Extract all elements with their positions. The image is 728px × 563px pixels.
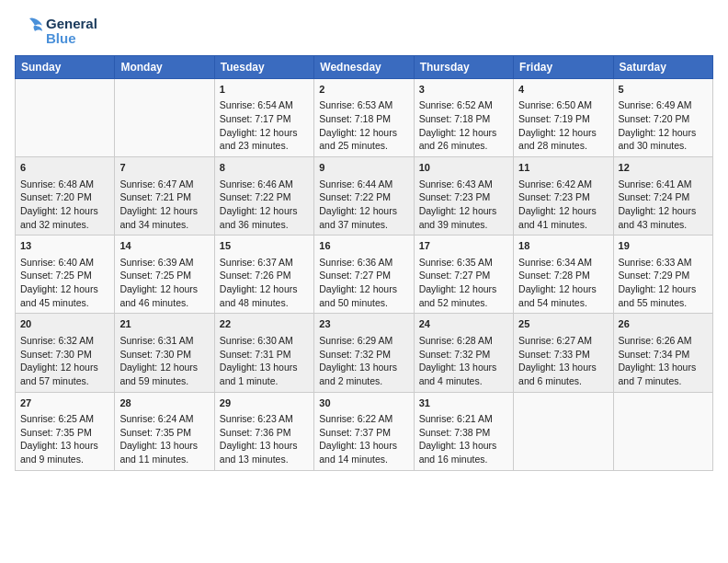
day-number: 19 (619, 239, 708, 253)
day-info: Sunrise: 6:47 AM (119, 178, 209, 191)
day-number: 4 (518, 83, 608, 97)
day-info: Sunrise: 6:44 AM (319, 178, 408, 191)
day-info: Daylight: 12 hours (119, 204, 209, 218)
logo-container: General Blue (15, 15, 97, 48)
day-info: Daylight: 12 hours (419, 126, 508, 140)
calendar-cell: 23Sunrise: 6:29 AMSunset: 7:32 PMDayligh… (314, 314, 414, 392)
day-number: 28 (119, 396, 209, 410)
day-number: 17 (419, 239, 508, 253)
day-info: Daylight: 12 hours (619, 282, 708, 296)
day-number: 13 (20, 239, 109, 253)
day-info: Daylight: 13 hours (220, 439, 309, 453)
day-info: Sunset: 7:35 PM (119, 426, 209, 440)
day-info: Sunset: 7:18 PM (319, 112, 408, 126)
day-number: 21 (119, 317, 209, 331)
day-number: 23 (319, 317, 408, 331)
day-info: Daylight: 12 hours (518, 282, 608, 296)
day-info: Sunrise: 6:36 AM (319, 256, 408, 270)
day-info: Sunrise: 6:27 AM (518, 334, 608, 348)
day-info: and 1 minute. (220, 374, 309, 388)
day-info: and 25 minutes. (319, 139, 408, 153)
day-number: 5 (619, 83, 708, 97)
day-info: Daylight: 12 hours (119, 361, 209, 374)
day-info: Daylight: 12 hours (419, 282, 508, 296)
day-info: Sunrise: 6:22 AM (319, 412, 408, 426)
col-saturday: Saturday (613, 56, 712, 79)
calendar-body: 1Sunrise: 6:54 AMSunset: 7:17 PMDaylight… (16, 79, 713, 471)
day-number: 2 (319, 83, 408, 97)
col-sunday: Sunday (16, 56, 115, 79)
calendar-cell: 6Sunrise: 6:48 AMSunset: 7:20 PMDaylight… (16, 157, 115, 236)
day-info: Daylight: 12 hours (518, 204, 608, 218)
day-info: Sunset: 7:30 PM (20, 348, 109, 362)
day-info: Sunset: 7:38 PM (419, 426, 508, 440)
day-info: and 6 minutes. (518, 374, 608, 388)
day-info: Daylight: 12 hours (20, 361, 109, 374)
calendar-cell: 22Sunrise: 6:30 AMSunset: 7:31 PMDayligh… (214, 314, 313, 392)
day-info: Sunset: 7:19 PM (518, 112, 608, 126)
day-number: 10 (419, 161, 508, 175)
calendar-cell: 28Sunrise: 6:24 AMSunset: 7:35 PMDayligh… (115, 392, 214, 470)
day-info: Sunrise: 6:42 AM (518, 178, 608, 191)
day-number: 18 (518, 239, 608, 253)
day-number: 15 (220, 239, 309, 253)
day-info: Daylight: 13 hours (319, 439, 408, 453)
calendar-cell: 19Sunrise: 6:33 AMSunset: 7:29 PMDayligh… (613, 236, 712, 314)
day-info: Sunset: 7:25 PM (20, 269, 109, 282)
day-info: Sunset: 7:35 PM (20, 426, 109, 440)
day-info: Sunset: 7:27 PM (319, 269, 408, 282)
day-info: Sunset: 7:29 PM (619, 269, 708, 282)
day-info: Sunrise: 6:40 AM (20, 256, 109, 270)
day-info: and 14 minutes. (319, 453, 408, 466)
logo-text: General Blue (46, 17, 97, 47)
day-info: Sunrise: 6:53 AM (319, 98, 408, 112)
day-info: Sunset: 7:36 PM (220, 426, 309, 440)
day-info: Sunset: 7:25 PM (119, 269, 209, 282)
day-info: Sunset: 7:18 PM (419, 112, 508, 126)
day-info: Daylight: 12 hours (220, 282, 309, 296)
day-info: Sunset: 7:28 PM (518, 269, 608, 282)
day-info: Sunset: 7:26 PM (220, 269, 309, 282)
day-info: and 41 minutes. (518, 218, 608, 232)
day-info: and 52 minutes. (419, 296, 508, 310)
page-header: General Blue (15, 15, 713, 48)
day-info: Sunset: 7:17 PM (220, 112, 309, 126)
day-info: Daylight: 12 hours (20, 282, 109, 296)
day-info: and 45 minutes. (20, 296, 109, 310)
day-info: and 36 minutes. (220, 218, 309, 232)
day-info: Sunset: 7:32 PM (319, 348, 408, 362)
day-info: Daylight: 12 hours (619, 204, 708, 218)
day-info: Daylight: 12 hours (220, 204, 309, 218)
calendar-cell (613, 392, 712, 470)
logo: General Blue (15, 15, 97, 48)
calendar-cell: 26Sunrise: 6:26 AMSunset: 7:34 PMDayligh… (613, 314, 712, 392)
day-info: Daylight: 13 hours (518, 361, 608, 374)
calendar-cell: 9Sunrise: 6:44 AMSunset: 7:22 PMDaylight… (314, 157, 414, 236)
day-info: and 7 minutes. (619, 374, 708, 388)
day-info: Sunrise: 6:50 AM (518, 98, 608, 112)
day-info: Sunset: 7:33 PM (518, 348, 608, 362)
day-number: 8 (220, 161, 309, 175)
day-info: and 28 minutes. (518, 139, 608, 153)
day-info: and 30 minutes. (619, 139, 708, 153)
calendar-cell: 7Sunrise: 6:47 AMSunset: 7:21 PMDaylight… (115, 157, 214, 236)
calendar-cell: 3Sunrise: 6:52 AMSunset: 7:18 PMDaylight… (414, 79, 513, 157)
col-friday: Friday (514, 56, 613, 79)
calendar-table: Sunday Monday Tuesday Wednesday Thursday… (15, 55, 713, 471)
day-number: 25 (518, 317, 608, 331)
day-info: Daylight: 12 hours (319, 204, 408, 218)
calendar-cell (115, 79, 214, 157)
day-info: Sunset: 7:21 PM (119, 190, 209, 204)
day-number: 30 (319, 396, 408, 410)
day-info: Sunrise: 6:24 AM (119, 412, 209, 426)
calendar-cell: 29Sunrise: 6:23 AMSunset: 7:36 PMDayligh… (214, 392, 313, 470)
calendar-row: 1Sunrise: 6:54 AMSunset: 7:17 PMDaylight… (16, 79, 713, 157)
calendar-cell: 10Sunrise: 6:43 AMSunset: 7:23 PMDayligh… (414, 157, 513, 236)
day-info: Daylight: 12 hours (20, 204, 109, 218)
day-info: Sunrise: 6:26 AM (619, 334, 708, 348)
day-info: and 39 minutes. (419, 218, 508, 232)
day-number: 11 (518, 161, 608, 175)
day-info: Sunset: 7:31 PM (220, 348, 309, 362)
day-info: Sunrise: 6:39 AM (119, 256, 209, 270)
day-info: Sunrise: 6:25 AM (20, 412, 109, 426)
